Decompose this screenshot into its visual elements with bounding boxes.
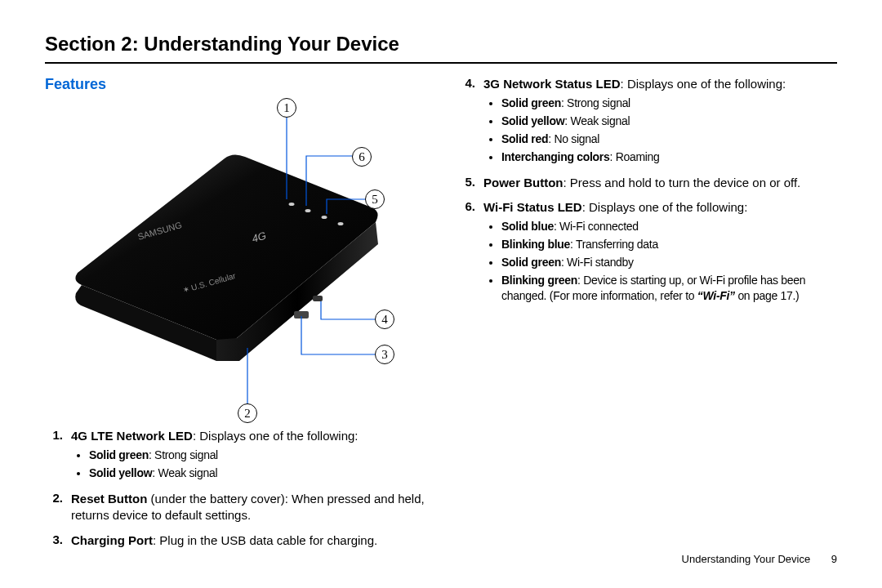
- features-heading: Features: [45, 76, 433, 93]
- right-column: 4. 3G Network Status LED: Displays one o…: [457, 72, 837, 557]
- section-title: Section 2: Understanding Your Device: [45, 33, 837, 56]
- item-desc: : Displays one of the following:: [193, 429, 359, 443]
- list-number: 4.: [457, 76, 483, 170]
- item-desc: : Plug in the USB data cable for chargin…: [153, 533, 377, 547]
- bullet: Blinking green: Device is starting up, o…: [501, 273, 837, 304]
- bullet: Solid yellow: Weak signal: [89, 466, 433, 481]
- left-feature-list: 1. 4G LTE Network LED: Displays one of t…: [45, 428, 433, 549]
- footer-chapter: Understanding Your Device: [682, 553, 811, 565]
- content-columns: Features: [45, 72, 837, 557]
- list-number: 1.: [45, 428, 71, 486]
- bullet: Solid red: No signal: [501, 131, 837, 147]
- item-desc: : Displays one of the following:: [621, 77, 786, 91]
- device-diagram: SAMSUNG 4G ✶ U.S. Cellular: [45, 93, 433, 420]
- footer-page-number: 9: [831, 553, 837, 565]
- callout-4: 4: [375, 310, 394, 329]
- bullet: Blinking blue: Transferring data: [501, 237, 837, 252]
- list-number: 6.: [457, 199, 483, 309]
- bullet: Solid blue: Wi-Fi connected: [501, 219, 837, 234]
- bullet: Solid yellow: Weak signal: [501, 114, 837, 129]
- callout-2: 2: [238, 403, 257, 423]
- page-ref-link[interactable]: “Wi-Fi”: [697, 289, 735, 302]
- bullet: Interchanging colors: Roaming: [501, 149, 837, 165]
- list-number: 2.: [45, 491, 71, 524]
- left-column: Features: [45, 72, 433, 557]
- divider: [45, 62, 837, 64]
- list-number: 3.: [45, 532, 71, 549]
- item-label: 4G LTE Network LED: [71, 429, 193, 443]
- item-desc: : Displays one of the following:: [582, 200, 748, 214]
- callout-1: 1: [277, 98, 296, 118]
- callout-5: 5: [365, 189, 385, 209]
- bullet: Solid green: Strong signal: [501, 96, 837, 111]
- list-number: 5.: [457, 175, 483, 191]
- bullet: Solid green: Wi-Fi standby: [501, 255, 837, 270]
- item-label: 3G Network Status LED: [483, 77, 621, 91]
- item-label: Wi-Fi Status LED: [483, 200, 582, 214]
- bullet: Solid green: Strong signal: [89, 448, 433, 463]
- page-footer: Understanding Your Device 9: [682, 553, 837, 565]
- callout-3: 3: [375, 345, 394, 364]
- item-desc: : Press and hold to turn the device on o…: [564, 176, 801, 189]
- item-label: Reset Button: [71, 492, 147, 506]
- right-feature-list: 4. 3G Network Status LED: Displays one o…: [457, 76, 837, 309]
- item-label: Power Button: [483, 176, 564, 189]
- item-label: Charging Port: [71, 533, 153, 547]
- callout-6: 6: [352, 147, 372, 167]
